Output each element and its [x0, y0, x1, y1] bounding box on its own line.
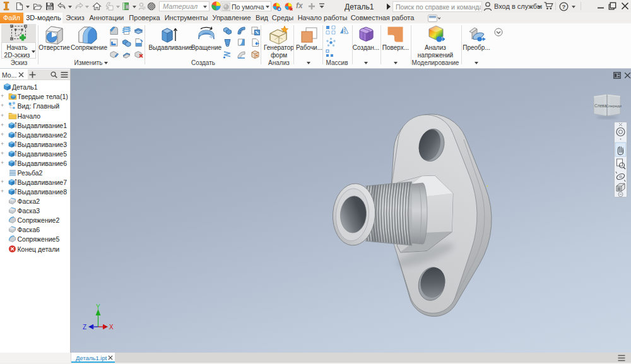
svg-text:?: ? [562, 3, 566, 10]
svg-text:Спереди: Спереди [606, 103, 622, 108]
svg-text:Y: Y [96, 303, 100, 310]
svg-text:Z: Z [83, 324, 86, 331]
svg-text:X: X [109, 324, 114, 331]
svg-text:Слева: Слева [594, 103, 606, 108]
